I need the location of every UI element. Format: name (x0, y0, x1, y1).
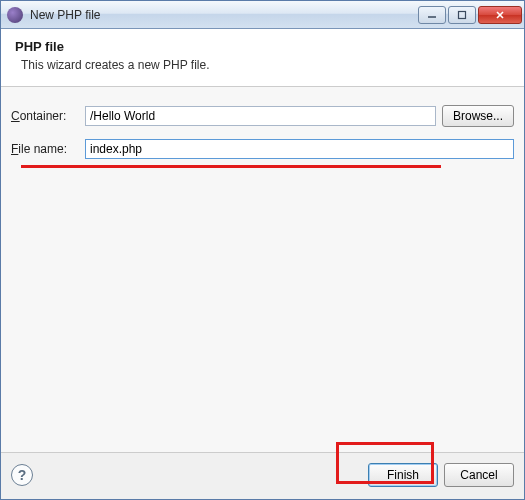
wizard-banner: PHP file This wizard creates a new PHP f… (1, 29, 524, 87)
help-icon[interactable]: ? (11, 464, 33, 486)
window-title: New PHP file (28, 8, 413, 22)
finish-button[interactable]: Finish (368, 463, 438, 487)
container-label: Container: (11, 109, 79, 123)
dialog-window: New PHP file PHP file This wizard create… (0, 0, 525, 500)
maximize-button[interactable] (448, 6, 476, 24)
close-button[interactable] (478, 6, 522, 24)
svg-rect-1 (459, 11, 466, 18)
container-row: Container: Browse... (11, 105, 514, 127)
titlebar[interactable]: New PHP file (1, 1, 524, 29)
cancel-button[interactable]: Cancel (444, 463, 514, 487)
container-input[interactable] (85, 106, 436, 126)
window-controls (418, 6, 522, 24)
eclipse-icon (7, 7, 23, 23)
filename-label: File name: (11, 142, 79, 156)
browse-button[interactable]: Browse... (442, 105, 514, 127)
wizard-heading: PHP file (15, 39, 510, 54)
filename-row: File name: (11, 139, 514, 159)
filename-input[interactable] (85, 139, 514, 159)
wizard-footer: ? Finish Cancel (1, 452, 524, 499)
footer-buttons: Finish Cancel (368, 463, 514, 487)
wizard-content: Container: Browse... File name: (1, 87, 524, 452)
content-spacer (11, 168, 514, 442)
wizard-description: This wizard creates a new PHP file. (15, 58, 510, 72)
minimize-button[interactable] (418, 6, 446, 24)
